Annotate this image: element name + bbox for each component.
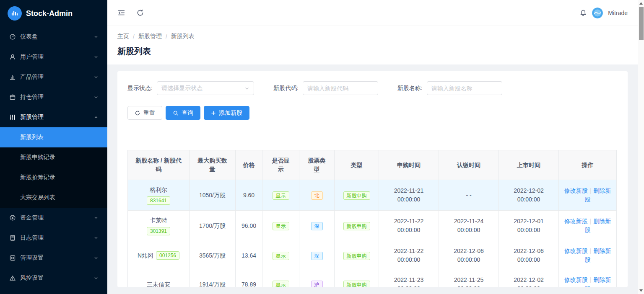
table-row: 格利尔831641 1050/万股 9.60 显示 北 新股申购 2022-11… [128,180,617,211]
search-button[interactable]: 查询 [166,106,200,120]
main-area: Mitrade 主页 / 新股管理 / 新股列表 新股列表 显示状态: [107,0,638,294]
cell-pay-time: 2022-11-25 00:00:00 [439,270,499,288]
funds-icon [9,214,16,221]
cell-pay-time: 2022-12-06 00:00:00 [439,241,499,270]
table-row: 三未信安 1914/万股 78.89 显示 沪 新股申购 2022-11-23 … [128,270,617,288]
sidebar-item-risk-settings[interactable]: 风控设置 [0,268,107,288]
sidebar-item-label: 新股管理 [20,113,44,121]
cell-price: 96.00 [236,211,262,241]
edit-stock-link[interactable]: 修改新股 [564,248,588,254]
stock-name-input[interactable] [427,81,502,95]
table-row: 卡莱特301391 1700/万股 96.00 显示 深 新股申购 2022-1… [128,211,617,241]
col-header-apply-time: 申购时间 [379,150,439,180]
sidebar: Stock-Admin 仪表盘 用户管理 产品管理 持仓管理 [0,0,107,294]
stock-name: 格利尔 [150,186,167,194]
reset-button[interactable]: 重置 [127,106,162,120]
cell-pay-time: 2022-11-24 00:00:00 [439,211,499,241]
sidebar-subitem-new-stock-list[interactable]: 新股列表 [0,127,107,147]
cell-list-time: 2022-12-06 00:00:00 [499,241,559,270]
sidebar-item-label: 持仓管理 [20,93,44,101]
breadcrumb-home[interactable]: 主页 [117,33,129,40]
cell-max-buy: 1914/万股 [190,270,236,288]
sidebar-subitem-grab-records[interactable]: 新股抢筹记录 [0,168,107,188]
user-avatar[interactable] [592,8,603,18]
chevron-down-icon [94,55,98,59]
breadcrumb-current: 新股列表 [171,33,195,40]
visible-tag: 显示 [273,281,289,288]
breadcrumb-separator: / [166,33,167,40]
type-tag: 新股申购 [343,191,370,200]
cell-apply-time: 2022-11-22 00:00:00 [379,241,439,270]
bell-icon[interactable] [579,9,587,17]
chevron-down-icon [94,216,98,220]
breadcrumb-new-stock-mgmt[interactable]: 新股管理 [138,33,162,40]
edit-stock-link[interactable]: 修改新股 [564,276,588,283]
col-header-visible: 是否显示 [262,150,299,180]
sidebar-item-label: 日志管理 [20,234,44,242]
chevron-down-icon [94,236,98,240]
stock-type-tag: 北 [311,191,323,200]
sidebar-item-user-mgmt[interactable]: 用户管理 [0,47,107,67]
stock-type-tag: 深 [311,252,323,260]
delete-stock-link[interactable]: 删除新股 [585,218,611,233]
menu-fold-icon[interactable] [117,9,125,17]
name-filter-label: 新股名称: [397,85,423,92]
cell-apply-time: 2022-11-23 00:00:00 [379,270,439,288]
chevron-down-icon [94,35,98,39]
app-title: Stock-Admin [26,9,73,18]
sidebar-item-log-mgmt[interactable]: 日志管理 [0,228,107,248]
stock-type-tag: 沪 [311,281,323,288]
stock-name: 三未信安 [147,280,170,288]
status-filter-label: 显示状态: [127,85,153,92]
app-logo: Stock-Admin [0,0,107,27]
sidebar-item-label: 用户管理 [20,53,44,61]
sidebar-item-new-stock-mgmt[interactable]: 新股管理 [0,107,107,127]
visible-tag: 显示 [273,252,289,260]
scrollbar-down-arrow[interactable] [639,289,643,292]
sidebar-subitem-label: 大宗交易列表 [20,194,55,201]
edit-stock-link[interactable]: 修改新股 [564,218,588,224]
visible-tag: 显示 [273,191,289,200]
sidebar-subitem-block-trade-list[interactable]: 大宗交易列表 [0,188,107,208]
sidebar-item-dashboard[interactable]: 仪表盘 [0,27,107,47]
delete-stock-link[interactable]: 删除新股 [585,248,611,263]
filter-bar: 显示状态: 请选择显示状态 新股代码: 新股名称: [127,81,618,95]
stock-code-tag: 301391 [147,227,170,235]
page-title: 新股列表 [117,46,628,57]
sidebar-item-position-mgmt[interactable]: 持仓管理 [0,87,107,107]
window-scrollbar[interactable] [638,0,644,294]
col-header-type: 类型 [335,150,379,180]
sidebar-menu: 仪表盘 用户管理 产品管理 持仓管理 新股管理 [0,27,107,288]
type-tag: 新股申购 [343,281,370,288]
stock-type-tag: 深 [311,222,323,230]
add-stock-button[interactable]: 添加新股 [204,106,249,120]
col-header-name-code: 新股名称 / 新股代码 [128,150,190,180]
sidebar-item-admin-settings[interactable]: 管理设置 [0,248,107,268]
delete-stock-link[interactable]: 删除新股 [585,276,611,287]
sidebar-item-fund-mgmt[interactable]: 资金管理 [0,208,107,228]
logs-icon [9,235,16,241]
breadcrumb: 主页 / 新股管理 / 新股列表 [117,33,628,40]
table-row: N炜冈001256 3565/万股 13.64 显示 深 新股申购 2022-1… [128,241,617,270]
scrollbar-up-arrow[interactable] [639,2,643,5]
sidebar-item-label: 仪表盘 [20,33,38,41]
chevron-down-icon [94,95,98,99]
sidebar-item-product-mgmt[interactable]: 产品管理 [0,67,107,87]
refresh-icon[interactable] [136,9,144,17]
stock-code-input[interactable] [303,81,378,95]
col-header-stock-type: 股票类型 [299,150,335,180]
col-header-price: 价格 [236,150,262,180]
status-select[interactable]: 请选择显示状态 [157,81,254,95]
cell-max-buy: 1700/万股 [190,211,236,241]
cell-price: 13.64 [236,241,262,270]
page-head: 主页 / 新股管理 / 新股列表 新股列表 [107,26,638,64]
table-header-row: 新股名称 / 新股代码 最大购买数量 价格 是否显示 股票类型 类型 申购时间 … [128,150,617,180]
username[interactable]: Mitrade [608,10,628,16]
scrollbar-thumb[interactable] [639,7,644,40]
risk-settings-icon [9,275,16,281]
sidebar-subitem-subscription-records[interactable]: 新股申购记录 [0,147,107,168]
chevron-down-icon [94,256,98,260]
edit-stock-link[interactable]: 修改新股 [564,187,588,194]
dashboard-icon [9,34,16,40]
delete-stock-link[interactable]: 删除新股 [585,187,611,203]
